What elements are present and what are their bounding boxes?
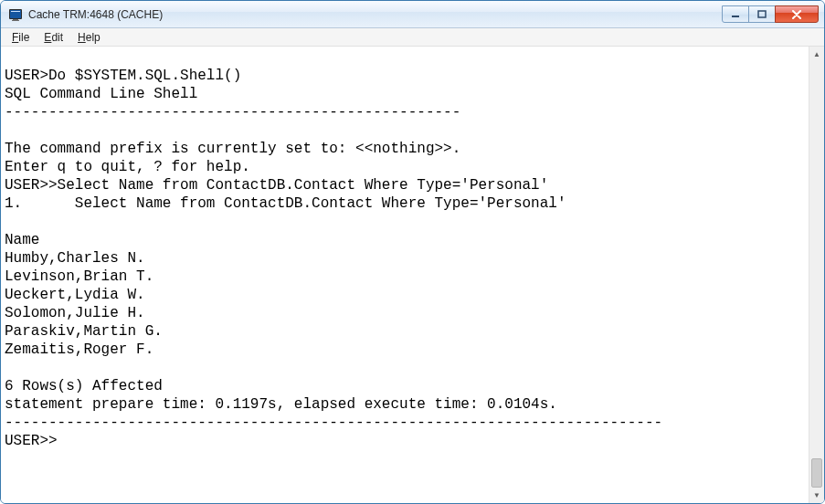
menu-edit[interactable]: Edit [37,30,70,45]
menu-file[interactable]: File [5,30,37,45]
menu-help[interactable]: Help [70,30,108,45]
app-window: Cache TRM:4648 (CACHE) File Edit Help US… [0,0,825,504]
close-button[interactable] [775,5,819,23]
minimize-button[interactable] [722,5,749,23]
svg-rect-3 [13,19,18,20]
terminal-output[interactable]: USER>Do $SYSTEM.SQL.Shell() SQL Command … [1,47,809,503]
scroll-thumb[interactable] [811,458,822,488]
scroll-track[interactable] [809,62,824,488]
svg-rect-2 [11,11,20,12]
svg-rect-4 [12,20,19,21]
menubar: File Edit Help [1,28,824,47]
scroll-down-arrow-icon[interactable]: ▼ [809,488,824,503]
scroll-up-arrow-icon[interactable]: ▲ [809,47,824,62]
window-title: Cache TRM:4648 (CACHE) [28,8,723,21]
titlebar[interactable]: Cache TRM:4648 (CACHE) [1,1,824,28]
content-area: USER>Do $SYSTEM.SQL.Shell() SQL Command … [1,47,824,503]
vertical-scrollbar[interactable]: ▲ ▼ [809,47,824,503]
svg-rect-6 [758,11,766,17]
app-icon [8,7,23,22]
maximize-button[interactable] [748,5,776,23]
svg-rect-5 [732,16,739,17]
window-controls [723,5,819,23]
